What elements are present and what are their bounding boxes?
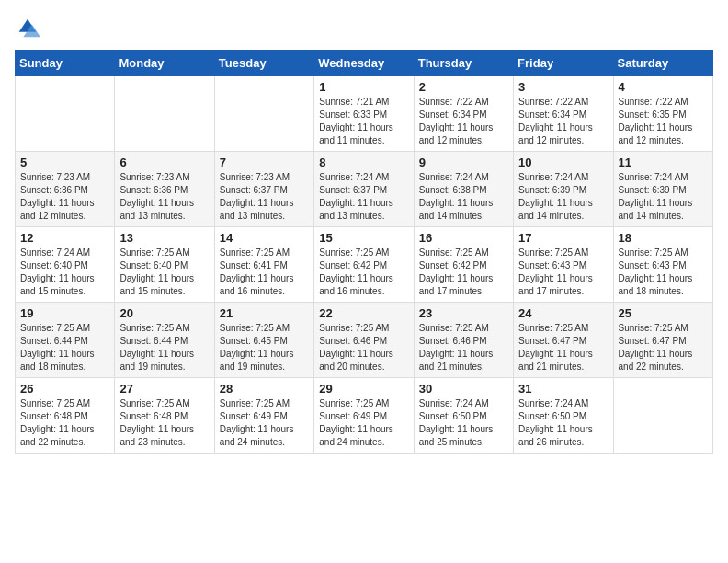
day-info: Sunrise: 7:25 AMSunset: 6:41 PMDaylight:… bbox=[220, 247, 309, 298]
weekday-header: Wednesday bbox=[314, 51, 414, 76]
calendar-day-cell: 13Sunrise: 7:25 AMSunset: 6:40 PMDayligh… bbox=[115, 227, 214, 303]
calendar-day-cell: 31Sunrise: 7:24 AMSunset: 6:50 PMDayligh… bbox=[514, 378, 613, 454]
day-info: Sunrise: 7:23 AMSunset: 6:37 PMDaylight:… bbox=[220, 171, 309, 223]
day-info: Sunrise: 7:24 AMSunset: 6:40 PMDaylight:… bbox=[20, 247, 109, 298]
day-info: Sunrise: 7:25 AMSunset: 6:48 PMDaylight:… bbox=[119, 397, 209, 449]
day-number: 15 bbox=[319, 231, 408, 245]
calendar-day-cell: 2Sunrise: 7:22 AMSunset: 6:34 PMDaylight… bbox=[414, 76, 513, 152]
weekday-header: Monday bbox=[115, 51, 214, 76]
calendar-day-cell: 11Sunrise: 7:24 AMSunset: 6:39 PMDayligh… bbox=[613, 152, 712, 227]
day-number: 7 bbox=[220, 155, 309, 169]
weekday-header: Thursday bbox=[414, 51, 513, 76]
day-info: Sunrise: 7:22 AMSunset: 6:35 PMDaylight:… bbox=[619, 96, 708, 147]
day-number: 10 bbox=[518, 155, 608, 169]
day-info: Sunrise: 7:25 AMSunset: 6:43 PMDaylight:… bbox=[619, 247, 708, 298]
calendar-table: SundayMondayTuesdayWednesdayThursdayFrid… bbox=[15, 50, 713, 454]
day-number: 13 bbox=[119, 231, 209, 245]
day-info: Sunrise: 7:25 AMSunset: 6:44 PMDaylight:… bbox=[119, 322, 209, 373]
weekday-header: Sunday bbox=[16, 51, 115, 76]
weekday-header: Friday bbox=[514, 51, 613, 76]
calendar-day-cell: 4Sunrise: 7:22 AMSunset: 6:35 PMDaylight… bbox=[613, 76, 712, 152]
day-number: 31 bbox=[518, 382, 608, 396]
weekday-header: Tuesday bbox=[214, 51, 313, 76]
day-info: Sunrise: 7:24 AMSunset: 6:50 PMDaylight:… bbox=[518, 397, 608, 449]
calendar-week-row: 12Sunrise: 7:24 AMSunset: 6:40 PMDayligh… bbox=[16, 227, 713, 303]
day-number: 17 bbox=[518, 231, 608, 245]
calendar-day-cell: 9Sunrise: 7:24 AMSunset: 6:38 PMDaylight… bbox=[414, 152, 513, 227]
day-number: 30 bbox=[419, 382, 508, 396]
day-number: 5 bbox=[20, 155, 109, 169]
day-number: 20 bbox=[119, 306, 209, 320]
calendar-week-row: 19Sunrise: 7:25 AMSunset: 6:44 PMDayligh… bbox=[16, 303, 713, 378]
calendar-day-cell bbox=[115, 76, 214, 152]
day-info: Sunrise: 7:25 AMSunset: 6:42 PMDaylight:… bbox=[419, 247, 508, 298]
day-number: 6 bbox=[119, 155, 209, 169]
calendar-day-cell: 10Sunrise: 7:24 AMSunset: 6:39 PMDayligh… bbox=[514, 152, 613, 227]
day-info: Sunrise: 7:25 AMSunset: 6:46 PMDaylight:… bbox=[419, 322, 508, 373]
day-info: Sunrise: 7:24 AMSunset: 6:37 PMDaylight:… bbox=[319, 171, 408, 223]
calendar-header-row: SundayMondayTuesdayWednesdayThursdayFrid… bbox=[16, 51, 713, 76]
calendar-day-cell: 18Sunrise: 7:25 AMSunset: 6:43 PMDayligh… bbox=[613, 227, 712, 303]
day-info: Sunrise: 7:23 AMSunset: 6:36 PMDaylight:… bbox=[20, 171, 109, 223]
day-number: 14 bbox=[220, 231, 309, 245]
logo-icon bbox=[15, 15, 40, 40]
day-number: 2 bbox=[419, 80, 508, 94]
calendar-day-cell: 27Sunrise: 7:25 AMSunset: 6:48 PMDayligh… bbox=[115, 378, 214, 454]
day-number: 22 bbox=[319, 306, 408, 320]
calendar-day-cell: 22Sunrise: 7:25 AMSunset: 6:46 PMDayligh… bbox=[314, 303, 414, 378]
day-number: 25 bbox=[619, 306, 708, 320]
day-number: 21 bbox=[220, 306, 309, 320]
day-number: 27 bbox=[119, 382, 209, 396]
calendar-day-cell: 15Sunrise: 7:25 AMSunset: 6:42 PMDayligh… bbox=[314, 227, 414, 303]
calendar-day-cell: 17Sunrise: 7:25 AMSunset: 6:43 PMDayligh… bbox=[514, 227, 613, 303]
day-number: 23 bbox=[419, 306, 508, 320]
calendar-day-cell: 26Sunrise: 7:25 AMSunset: 6:48 PMDayligh… bbox=[16, 378, 115, 454]
day-info: Sunrise: 7:22 AMSunset: 6:34 PMDaylight:… bbox=[419, 96, 508, 147]
calendar-day-cell: 8Sunrise: 7:24 AMSunset: 6:37 PMDaylight… bbox=[314, 152, 414, 227]
calendar-day-cell: 24Sunrise: 7:25 AMSunset: 6:47 PMDayligh… bbox=[514, 303, 613, 378]
day-number: 3 bbox=[518, 80, 608, 94]
calendar-day-cell bbox=[16, 76, 115, 152]
day-info: Sunrise: 7:25 AMSunset: 6:44 PMDaylight:… bbox=[20, 322, 109, 373]
day-number: 11 bbox=[619, 155, 708, 169]
day-number: 16 bbox=[419, 231, 508, 245]
calendar-week-row: 5Sunrise: 7:23 AMSunset: 6:36 PMDaylight… bbox=[16, 152, 713, 227]
calendar-day-cell: 1Sunrise: 7:21 AMSunset: 6:33 PMDaylight… bbox=[314, 76, 414, 152]
calendar-day-cell bbox=[613, 378, 712, 454]
day-number: 18 bbox=[619, 231, 708, 245]
day-number: 29 bbox=[319, 382, 408, 396]
day-number: 4 bbox=[619, 80, 708, 94]
logo bbox=[15, 15, 44, 40]
day-info: Sunrise: 7:23 AMSunset: 6:36 PMDaylight:… bbox=[119, 171, 209, 223]
calendar-day-cell: 30Sunrise: 7:24 AMSunset: 6:50 PMDayligh… bbox=[414, 378, 513, 454]
calendar-day-cell: 16Sunrise: 7:25 AMSunset: 6:42 PMDayligh… bbox=[414, 227, 513, 303]
calendar-day-cell bbox=[214, 76, 313, 152]
day-info: Sunrise: 7:24 AMSunset: 6:39 PMDaylight:… bbox=[518, 171, 608, 223]
day-info: Sunrise: 7:24 AMSunset: 6:38 PMDaylight:… bbox=[419, 171, 508, 223]
page-header bbox=[15, 15, 713, 40]
calendar-day-cell: 12Sunrise: 7:24 AMSunset: 6:40 PMDayligh… bbox=[16, 227, 115, 303]
day-info: Sunrise: 7:25 AMSunset: 6:47 PMDaylight:… bbox=[518, 322, 608, 373]
calendar-day-cell: 19Sunrise: 7:25 AMSunset: 6:44 PMDayligh… bbox=[16, 303, 115, 378]
calendar-day-cell: 20Sunrise: 7:25 AMSunset: 6:44 PMDayligh… bbox=[115, 303, 214, 378]
weekday-header: Saturday bbox=[613, 51, 712, 76]
calendar-day-cell: 28Sunrise: 7:25 AMSunset: 6:49 PMDayligh… bbox=[214, 378, 313, 454]
calendar-day-cell: 7Sunrise: 7:23 AMSunset: 6:37 PMDaylight… bbox=[214, 152, 313, 227]
calendar-day-cell: 29Sunrise: 7:25 AMSunset: 6:49 PMDayligh… bbox=[314, 378, 414, 454]
day-info: Sunrise: 7:25 AMSunset: 6:40 PMDaylight:… bbox=[119, 247, 209, 298]
day-number: 8 bbox=[319, 155, 408, 169]
calendar-day-cell: 21Sunrise: 7:25 AMSunset: 6:45 PMDayligh… bbox=[214, 303, 313, 378]
day-info: Sunrise: 7:25 AMSunset: 6:47 PMDaylight:… bbox=[619, 322, 708, 373]
calendar-day-cell: 6Sunrise: 7:23 AMSunset: 6:36 PMDaylight… bbox=[115, 152, 214, 227]
calendar-day-cell: 23Sunrise: 7:25 AMSunset: 6:46 PMDayligh… bbox=[414, 303, 513, 378]
day-number: 24 bbox=[518, 306, 608, 320]
day-info: Sunrise: 7:22 AMSunset: 6:34 PMDaylight:… bbox=[518, 96, 608, 147]
day-info: Sunrise: 7:25 AMSunset: 6:45 PMDaylight:… bbox=[220, 322, 309, 373]
day-info: Sunrise: 7:25 AMSunset: 6:42 PMDaylight:… bbox=[319, 247, 408, 298]
day-number: 12 bbox=[20, 231, 109, 245]
calendar-day-cell: 14Sunrise: 7:25 AMSunset: 6:41 PMDayligh… bbox=[214, 227, 313, 303]
day-number: 9 bbox=[419, 155, 508, 169]
day-info: Sunrise: 7:25 AMSunset: 6:43 PMDaylight:… bbox=[518, 247, 608, 298]
day-info: Sunrise: 7:24 AMSunset: 6:39 PMDaylight:… bbox=[619, 171, 708, 223]
calendar-day-cell: 5Sunrise: 7:23 AMSunset: 6:36 PMDaylight… bbox=[16, 152, 115, 227]
